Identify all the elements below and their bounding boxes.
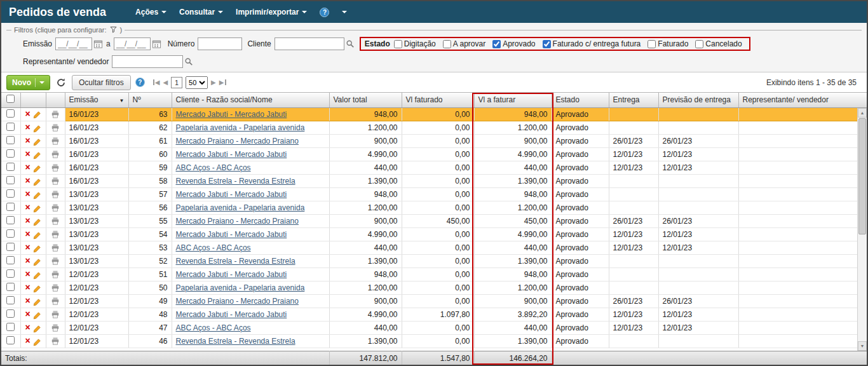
row-checkbox[interactable] <box>6 269 15 278</box>
estado-option[interactable]: Faturado c/ entrega futura <box>543 39 641 48</box>
estado-checkbox[interactable] <box>543 40 551 48</box>
print-icon[interactable] <box>51 230 60 239</box>
edit-icon[interactable] <box>33 150 41 159</box>
delete-icon[interactable]: × <box>25 336 30 346</box>
print-icon[interactable] <box>51 270 60 279</box>
calendar-icon[interactable] <box>93 39 103 49</box>
column-numero[interactable]: Nº <box>128 93 172 107</box>
select-all-checkbox[interactable] <box>6 95 15 103</box>
vertical-scrollbar[interactable]: ▲ ▼ <box>857 108 867 351</box>
cliente-link[interactable]: Papelaria avenida - Papelaria avenida <box>176 283 305 292</box>
column-vl-faturado[interactable]: Vl faturado <box>402 93 474 107</box>
row-checkbox[interactable] <box>6 229 15 238</box>
row-checkbox[interactable] <box>6 296 15 304</box>
ocultar-filtros-button[interactable]: Ocultar filtros <box>72 75 131 90</box>
cliente-link[interactable]: Mercado Praiano - Mercado Praiano <box>176 297 299 306</box>
row-checkbox[interactable] <box>6 176 15 184</box>
cliente-link[interactable]: Mercado Jabuti - Mercado Jabuti <box>176 110 287 119</box>
cliente-link[interactable]: Mercado Jabuti - Mercado Jabuti <box>176 310 287 319</box>
cliente-link[interactable]: Mercado Jabuti - Mercado Jabuti <box>176 190 287 199</box>
row-checkbox[interactable] <box>6 256 15 264</box>
cliente-link[interactable]: Mercado Jabuti - Mercado Jabuti <box>176 270 287 279</box>
cliente-link[interactable]: Papelaria avenida - Papelaria avenida <box>176 123 305 132</box>
cliente-link[interactable]: Revenda Estrela - Revenda Estrela <box>176 337 295 346</box>
print-icon[interactable] <box>51 190 60 199</box>
delete-icon[interactable]: × <box>25 175 30 186</box>
edit-icon[interactable] <box>33 163 41 172</box>
edit-icon[interactable] <box>33 310 41 319</box>
edit-icon[interactable] <box>33 190 41 199</box>
scroll-down-icon[interactable]: ▼ <box>858 341 867 351</box>
filters-legend[interactable]: Filtros (clique para configurar: <box>14 26 107 34</box>
search-icon[interactable] <box>184 57 193 66</box>
delete-icon[interactable]: × <box>25 322 30 332</box>
column-emissao[interactable]: Emissão ▼ <box>65 93 128 107</box>
edit-icon[interactable] <box>33 270 41 279</box>
row-checkbox[interactable] <box>6 149 15 158</box>
delete-icon[interactable]: × <box>25 135 30 146</box>
row-checkbox[interactable] <box>6 109 15 118</box>
delete-icon[interactable]: × <box>25 202 30 212</box>
estado-option[interactable]: Cancelado <box>695 39 742 48</box>
delete-icon[interactable]: × <box>25 295 30 306</box>
column-estado[interactable]: Estado <box>552 93 609 107</box>
menu-acoes[interactable]: Ações <box>135 8 166 17</box>
calendar-icon[interactable] <box>152 39 161 49</box>
menu-imprimir-exportar[interactable]: Imprimir/exportar <box>236 8 307 17</box>
print-icon[interactable] <box>51 163 60 172</box>
print-icon[interactable] <box>51 109 60 118</box>
cliente-link[interactable]: Papelaria avenida - Papelaria avenida <box>176 203 305 212</box>
menu-consultar[interactable]: Consultar <box>179 8 223 17</box>
novo-button[interactable]: Novo <box>6 75 50 90</box>
print-icon[interactable] <box>51 323 60 332</box>
estado-option[interactable]: Aprovado <box>492 39 535 48</box>
estado-checkbox[interactable] <box>394 40 402 48</box>
prev-page-icon[interactable]: ◀ <box>163 79 168 86</box>
edit-icon[interactable] <box>33 243 41 252</box>
cliente-link[interactable]: ABC Aços - ABC Aços <box>176 243 251 252</box>
delete-icon[interactable]: × <box>25 189 30 199</box>
cliente-input[interactable] <box>275 37 344 50</box>
delete-icon[interactable]: × <box>25 162 30 172</box>
row-checkbox[interactable] <box>6 309 15 318</box>
edit-icon[interactable] <box>33 337 41 346</box>
edit-icon[interactable] <box>33 203 41 212</box>
cliente-link[interactable]: ABC Aços - ABC Aços <box>176 163 251 172</box>
estado-checkbox[interactable] <box>648 40 656 48</box>
column-cliente[interactable]: Cliente - Razão social/Nome <box>172 93 329 107</box>
row-checkbox[interactable] <box>6 323 15 331</box>
row-checkbox[interactable] <box>6 136 15 144</box>
estado-option[interactable]: A aprovar <box>443 39 485 48</box>
estado-checkbox[interactable] <box>492 40 501 48</box>
edit-icon[interactable] <box>33 123 41 132</box>
row-checkbox[interactable] <box>6 216 15 224</box>
edit-icon[interactable] <box>33 110 41 119</box>
print-icon[interactable] <box>51 177 60 186</box>
help-icon[interactable]: ? <box>135 78 145 87</box>
scroll-up-icon[interactable]: ▲ <box>858 108 867 118</box>
print-icon[interactable] <box>51 337 60 346</box>
column-valor-total[interactable]: Valor total <box>329 93 402 107</box>
edit-icon[interactable] <box>33 230 41 239</box>
column-previsao-entrega[interactable]: Previsão de entrega <box>658 93 738 107</box>
edit-icon[interactable] <box>33 217 41 226</box>
estado-option[interactable]: Faturado <box>648 39 688 48</box>
column-entrega[interactable]: Entrega <box>609 93 658 107</box>
edit-icon[interactable] <box>33 297 41 306</box>
cliente-link[interactable]: Mercado Jabuti - Mercado Jabuti <box>176 150 287 159</box>
row-checkbox[interactable] <box>6 336 15 344</box>
scrollbar-track[interactable] <box>858 118 867 341</box>
delete-icon[interactable]: × <box>25 109 30 119</box>
delete-icon[interactable]: × <box>25 255 30 266</box>
delete-icon[interactable]: × <box>25 242 30 252</box>
column-representante[interactable]: Representante/ vendedor <box>738 93 867 107</box>
edit-icon[interactable] <box>33 257 41 266</box>
print-icon[interactable] <box>51 123 60 132</box>
delete-icon[interactable]: × <box>25 229 30 239</box>
page-size-select[interactable]: 50 <box>186 76 208 89</box>
cliente-link[interactable]: Revenda Estrela - Revenda Estrela <box>176 257 295 266</box>
row-checkbox[interactable] <box>6 163 15 171</box>
representante-input[interactable] <box>112 55 183 68</box>
print-icon[interactable] <box>51 257 60 266</box>
cliente-link[interactable]: Mercado Praiano - Mercado Praiano <box>176 217 299 226</box>
